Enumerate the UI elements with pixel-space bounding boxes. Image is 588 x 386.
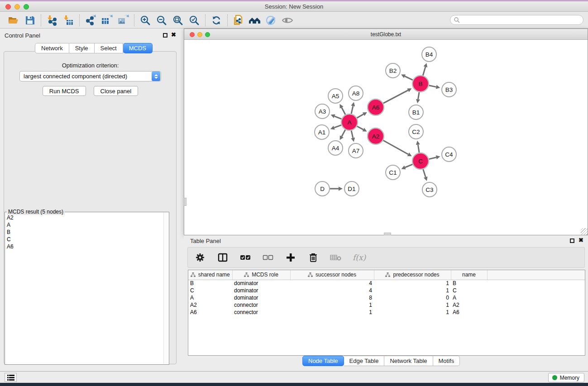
table-row[interactable]: A2connector11A2 bbox=[188, 301, 585, 309]
edge-C-C4[interactable] bbox=[429, 157, 436, 159]
open-file-icon[interactable] bbox=[5, 14, 22, 27]
table-float-icon[interactable] bbox=[570, 238, 574, 243]
mcds-result-item[interactable]: A6 bbox=[7, 243, 163, 250]
graph-node-A5[interactable]: A5 bbox=[328, 89, 343, 103]
edge-A-A7[interactable] bbox=[351, 131, 353, 138]
select-all-checkboxes-icon[interactable] bbox=[239, 251, 251, 264]
close-panel-icon[interactable]: ✖ bbox=[171, 31, 176, 38]
window-resize-grip[interactable] bbox=[581, 228, 588, 235]
tab-mcds[interactable]: MCDS bbox=[123, 43, 153, 53]
result-scrollbar[interactable] bbox=[163, 213, 168, 364]
edge-A-A1[interactable] bbox=[334, 125, 341, 128]
graph-node-A7[interactable]: A7 bbox=[349, 143, 363, 158]
tab-select[interactable]: Select bbox=[95, 43, 123, 53]
edge-B-B3[interactable] bbox=[429, 86, 436, 87]
export-network-icon[interactable] bbox=[82, 14, 99, 27]
edge-A-A8[interactable] bbox=[351, 106, 353, 114]
criterion-dropdown[interactable]: largest connected component (directed) bbox=[19, 71, 161, 81]
graph-node-C4[interactable]: C4 bbox=[442, 147, 456, 162]
edge-A-A5[interactable] bbox=[342, 108, 345, 115]
table-row[interactable]: Cdominator41C bbox=[188, 287, 585, 294]
edge-C-C2[interactable] bbox=[418, 145, 419, 153]
network-canvas[interactable]: B4B2BB3A8A5A6A3B1AA1C2A2A4A7C4CC1DD1C3 bbox=[184, 40, 588, 234]
graph-node-D[interactable]: D bbox=[315, 181, 330, 196]
tab-edge-table[interactable]: Edge Table bbox=[344, 356, 385, 366]
edge-B-B2[interactable] bbox=[405, 76, 413, 80]
node-table[interactable]: shared nameMCDS rolesuccessor nodesprede… bbox=[188, 270, 585, 356]
zoom-selected-icon[interactable] bbox=[186, 14, 202, 27]
graph-node-C2[interactable]: C2 bbox=[409, 124, 423, 139]
add-column-icon[interactable] bbox=[285, 251, 296, 264]
edge-A2-C[interactable] bbox=[383, 140, 408, 154]
edge-A6-B[interactable] bbox=[383, 90, 408, 103]
function-builder-icon[interactable]: f(x) bbox=[353, 251, 366, 264]
zoom-out-icon[interactable] bbox=[153, 14, 170, 27]
column-header-name[interactable]: name bbox=[451, 270, 487, 280]
graph-node-C3[interactable]: C3 bbox=[422, 182, 437, 197]
tab-network-table[interactable]: Network Table bbox=[384, 356, 433, 366]
graph-node-C[interactable]: C bbox=[412, 153, 429, 169]
graph-node-B4[interactable]: B4 bbox=[422, 47, 436, 62]
zoom-in-icon[interactable] bbox=[137, 14, 153, 27]
edge-B-B4[interactable] bbox=[423, 67, 425, 76]
graph-node-B3[interactable]: B3 bbox=[442, 82, 456, 97]
edge-C-C3[interactable] bbox=[423, 169, 425, 177]
graph-node-C1[interactable]: C1 bbox=[386, 165, 400, 180]
tab-motifs[interactable]: Motifs bbox=[433, 356, 460, 366]
graph-node-A1[interactable]: A1 bbox=[315, 125, 329, 139]
column-header-shared-name[interactable]: shared name bbox=[188, 270, 232, 280]
graph-node-A8[interactable]: A8 bbox=[349, 86, 363, 100]
hide-labels-icon[interactable] bbox=[263, 14, 279, 27]
edge-B-B1[interactable] bbox=[418, 92, 419, 100]
run-mcds-button[interactable]: Run MCDS bbox=[43, 86, 86, 96]
table-settings-gear-icon[interactable] bbox=[194, 251, 206, 264]
edge-C-C1[interactable] bbox=[405, 164, 413, 167]
table-close-icon[interactable]: ✖ bbox=[578, 237, 583, 243]
memory-button[interactable]: Memory bbox=[548, 373, 584, 382]
graph-node-B1[interactable]: B1 bbox=[409, 105, 423, 119]
split-panel-icon[interactable] bbox=[217, 251, 229, 264]
import-table-icon[interactable] bbox=[60, 14, 76, 27]
graph-node-B2[interactable]: B2 bbox=[386, 63, 400, 78]
table-row[interactable]: Adominator80A bbox=[188, 294, 585, 301]
float-panel-icon[interactable] bbox=[163, 33, 167, 38]
graph-node-A4[interactable]: A4 bbox=[328, 141, 343, 155]
edge-A-A3[interactable] bbox=[335, 116, 341, 119]
mcds-result-item[interactable]: C bbox=[7, 236, 163, 243]
column-header-predecessor-nodes[interactable]: predecessor nodes bbox=[374, 270, 451, 280]
task-history-button[interactable] bbox=[5, 373, 17, 382]
import-network-icon[interactable] bbox=[44, 14, 60, 27]
mcds-result-item[interactable]: A bbox=[7, 221, 163, 229]
save-session-icon[interactable] bbox=[22, 14, 38, 27]
graph-node-A[interactable]: A bbox=[341, 114, 358, 130]
graph-node-A2[interactable]: A2 bbox=[368, 128, 384, 144]
refresh-view-icon[interactable] bbox=[208, 14, 225, 27]
duplicate-network-icon[interactable] bbox=[230, 14, 247, 27]
table-row[interactable]: Bdominator41B bbox=[188, 280, 585, 287]
column-header-successor-nodes[interactable]: successor nodes bbox=[290, 270, 374, 280]
graph-node-B[interactable]: B bbox=[412, 76, 429, 92]
close-panel-button[interactable]: Close panel bbox=[94, 86, 139, 96]
delete-column-trash-icon[interactable] bbox=[307, 251, 319, 264]
left-splitter-grip[interactable] bbox=[184, 198, 186, 206]
search-input[interactable] bbox=[450, 15, 583, 25]
show-view-eye-icon[interactable] bbox=[279, 14, 296, 27]
graph-node-A6[interactable]: A6 bbox=[368, 99, 384, 115]
export-table-icon[interactable] bbox=[99, 14, 115, 27]
table-row[interactable]: A6connector11A6 bbox=[188, 309, 585, 316]
edge-A-A2[interactable] bbox=[357, 126, 363, 129]
deselect-all-checkboxes-icon[interactable] bbox=[262, 251, 274, 264]
delete-table-icon[interactable] bbox=[330, 251, 342, 264]
graph-node-D1[interactable]: D1 bbox=[344, 181, 359, 196]
tab-style[interactable]: Style bbox=[69, 43, 95, 53]
export-image-icon[interactable] bbox=[115, 14, 131, 27]
tab-node-table[interactable]: Node Table bbox=[302, 356, 344, 366]
edge-A-A4[interactable] bbox=[342, 130, 345, 137]
column-header-MCDS-role[interactable]: MCDS role bbox=[232, 270, 290, 280]
zoom-fit-icon[interactable] bbox=[170, 14, 186, 27]
edge-A-A6[interactable] bbox=[357, 114, 364, 118]
tab-network[interactable]: Network bbox=[35, 43, 69, 53]
home-view-icon[interactable] bbox=[247, 14, 263, 27]
mcds-result-item[interactable]: B bbox=[7, 229, 163, 236]
mcds-result-item[interactable]: A2 bbox=[7, 214, 163, 221]
